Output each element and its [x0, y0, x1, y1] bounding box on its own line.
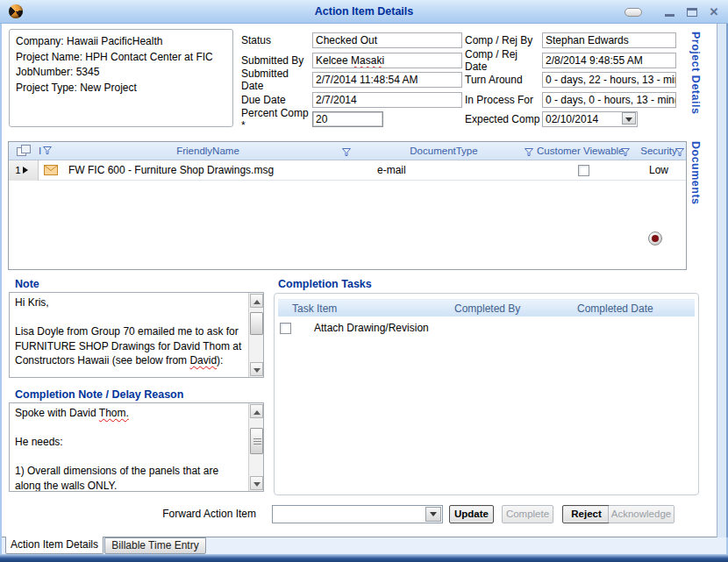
arrow-down-icon: [253, 482, 261, 490]
misspelled-word: Thom.: [99, 407, 129, 419]
field-input-due-date[interactable]: 2/7/2014: [312, 92, 462, 108]
cell-friendly-name: FW FIC 600 - Furniture Shop Drawings.msg: [63, 164, 353, 176]
minimize-icon: [665, 14, 674, 17]
forward-action-item-combo[interactable]: [272, 505, 443, 523]
record-indicator-icon[interactable]: [648, 231, 662, 245]
field-label: Status: [241, 34, 312, 46]
chevron-down-icon: [430, 512, 437, 520]
tab-billable-time-entry[interactable]: Billable Time Entry: [104, 537, 206, 554]
column-header-i[interactable]: I: [39, 142, 63, 160]
form-row: Percent Comp *20: [241, 111, 462, 127]
filter-funnel-icon[interactable]: [675, 147, 684, 158]
side-tab-project-details[interactable]: Project Details: [689, 32, 702, 114]
filter-funnel-icon[interactable]: [621, 147, 630, 158]
email-icon: [39, 165, 63, 175]
column-header-completed-by[interactable]: Completed By: [454, 302, 577, 315]
acknowledge-button: Acknowledge: [608, 505, 674, 523]
form-right-column: Comp / Rej ByStephan EdwardsComp / Rej D…: [465, 32, 676, 132]
task-label: Attach Drawing/Revision: [314, 322, 429, 334]
form-row: In Process For0 - days, 0 - hours, 13 - …: [465, 92, 676, 108]
scroll-thumb[interactable]: [250, 312, 263, 335]
field-value: Stephan Edwards: [546, 34, 629, 46]
field-label: Expected Comp: [465, 113, 542, 125]
project-info-line: Project Name: HPH Contact Center at FIC: [16, 50, 226, 66]
filter-funnel-icon[interactable]: [342, 147, 351, 158]
cell-security: Low: [632, 164, 686, 176]
project-info-line: JobNumber: 5345: [16, 65, 226, 81]
note-textarea[interactable]: Hi Kris, Lisa Doyle from Group 70 emaile…: [9, 292, 264, 378]
field-value: 20: [316, 113, 327, 125]
forward-action-item-label: Forward Action Item: [132, 508, 256, 520]
misspelled-word: Masaki: [351, 54, 384, 67]
combo-value: [273, 506, 425, 523]
field-input-comp-rej-by[interactable]: Stephan Edwards: [542, 32, 676, 48]
cell-document-type: e-mail: [353, 164, 535, 176]
arrow-up-icon: [253, 407, 261, 415]
completion-note-scrollbar[interactable]: [248, 403, 263, 491]
minimize-button[interactable]: [663, 6, 677, 18]
field-label: Submitted By: [241, 54, 312, 67]
note-text: Hi Kris, Lisa Doyle from Group 70 emaile…: [10, 293, 248, 377]
note-title: Note: [15, 278, 39, 290]
titlebar[interactable]: Action Item Details ✕: [0, 0, 728, 24]
maximize-button[interactable]: [685, 6, 699, 18]
grid-corner-button[interactable]: [9, 142, 39, 160]
field-input-turn-around[interactable]: 0 - days, 22 - hours, 13 - min(s): [542, 72, 676, 88]
task-checkbox[interactable]: [280, 323, 291, 334]
form-left-column: StatusChecked OutSubmitted ByKelcee Masa…: [241, 32, 462, 132]
side-tab-documents[interactable]: Documents: [689, 141, 702, 205]
window-bottom-border: [0, 554, 728, 562]
scroll-thumb[interactable]: [250, 428, 263, 454]
arrow-up-icon: [253, 296, 261, 304]
field-input-percent-comp[interactable]: 20: [312, 111, 383, 127]
combo-dropdown-button[interactable]: [425, 507, 441, 522]
column-header-friendlyname[interactable]: FriendlyName: [63, 142, 353, 160]
field-input-expected-comp[interactable]: 02/10/2014: [542, 111, 638, 127]
note-scrollbar[interactable]: [248, 293, 263, 377]
form-row: StatusChecked Out: [241, 32, 462, 48]
field-input-status[interactable]: Checked Out: [312, 32, 462, 48]
field-input-in-process-for[interactable]: 0 - days, 0 - hours, 13 - min(s): [542, 92, 676, 108]
combo-dropdown-button[interactable]: [622, 112, 636, 124]
documents-grid-header: I FriendlyName DocumentType Customer Vie…: [9, 142, 686, 160]
documents-grid: I FriendlyName DocumentType Customer Vie…: [8, 141, 687, 270]
reject-button[interactable]: Reject: [562, 505, 610, 523]
row-header[interactable]: 1: [9, 160, 39, 181]
scroll-up-button[interactable]: [250, 404, 263, 418]
scroll-down-button[interactable]: [250, 476, 263, 490]
field-input-submitted-by[interactable]: Kelcee Masaki: [312, 53, 462, 68]
window-left-border: [0, 24, 2, 554]
arrow-down-icon: [253, 368, 261, 376]
form-row: Comp / Rej ByStephan Edwards: [465, 32, 676, 48]
field-input-submitted-date[interactable]: 2/7/2014 11:48:54 AM: [312, 72, 462, 88]
column-header-completed-date[interactable]: Completed Date: [577, 302, 695, 315]
completion-note-textarea[interactable]: Spoke with David Thom. He needs: 1) Over…: [9, 402, 264, 492]
project-info-box: Company: Hawaii PacificHealthProject Nam…: [9, 29, 233, 127]
titlebar-pill-button[interactable]: [625, 8, 642, 17]
scroll-up-button[interactable]: [250, 294, 263, 308]
stacked-windows-icon: [17, 145, 31, 157]
field-input-comp-rej-date[interactable]: 2/8/2014 9:48:55 AM: [542, 53, 676, 68]
project-info-line: Project Type: New Project: [16, 81, 226, 96]
column-header-security[interactable]: Security: [632, 142, 686, 160]
document-row[interactable]: 1FW FIC 600 - Furniture Shop Drawings.ms…: [9, 160, 686, 181]
filter-funnel-icon[interactable]: [43, 146, 52, 156]
completion-note-text: Spoke with David Thom. He needs: 1) Over…: [10, 403, 248, 491]
field-value: 0 - days, 0 - hours, 13 - min(s): [546, 94, 676, 106]
field-label: Comp / Rej By: [465, 34, 542, 46]
row-selector-arrow-icon: [23, 167, 32, 174]
project-info-text: Company: Hawaii PacificHealthProject Nam…: [10, 30, 232, 100]
tab-action-item-details[interactable]: Action Item Details: [5, 537, 103, 554]
chevron-down-icon: [625, 117, 632, 125]
maximize-icon: [687, 8, 697, 17]
update-button[interactable]: Update: [449, 505, 494, 523]
column-header-customer-viewable[interactable]: Customer Viewable: [535, 142, 632, 160]
scroll-down-button[interactable]: [250, 362, 263, 376]
column-header-documenttype[interactable]: DocumentType: [353, 142, 535, 160]
field-value: 2/7/2014 11:48:54 AM: [316, 74, 418, 86]
column-header-task-item[interactable]: Task Item: [278, 302, 454, 315]
customer-viewable-checkbox[interactable]: [578, 165, 589, 176]
close-button[interactable]: ✕: [707, 6, 721, 18]
task-row[interactable]: Attach Drawing/Revision: [278, 318, 695, 338]
filter-funnel-icon[interactable]: [525, 147, 533, 158]
